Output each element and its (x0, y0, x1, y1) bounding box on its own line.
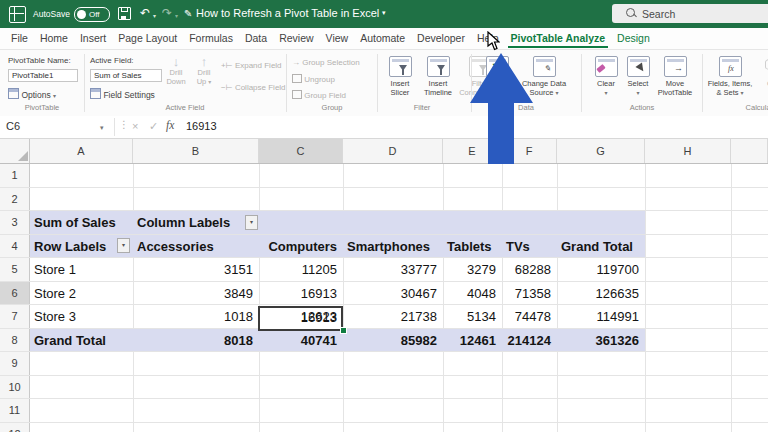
cell-e7[interactable]: 5134 (443, 305, 496, 329)
select-all-corner[interactable] (0, 139, 30, 163)
cell-c4[interactable]: Computers (259, 235, 337, 259)
col-header-g[interactable]: G (557, 139, 645, 163)
tab-view[interactable]: View (323, 29, 352, 48)
cell-d7[interactable]: 21738 (343, 305, 437, 329)
enter-icon[interactable]: ✓ (149, 120, 158, 133)
quick-command-icon[interactable]: ✎ (184, 8, 192, 20)
title-dropdown-icon[interactable]: ▾ (382, 9, 386, 17)
redo-dropdown-icon[interactable]: ▾ (175, 12, 178, 19)
title-bar: AutoSave Off ↶ ▾ ↷ ▾ ✎ How to Refresh a … (0, 0, 768, 28)
cell-a4[interactable]: Row Labels (34, 235, 106, 259)
cell-d4[interactable]: Smartphones (347, 235, 430, 259)
cell-f4[interactable]: TVs (506, 235, 530, 259)
cell-b8[interactable]: 8018 (133, 329, 253, 353)
ribbon-divider (84, 54, 85, 112)
col-header-b[interactable]: B (133, 139, 259, 163)
cell-a7[interactable]: Store 3 (34, 305, 76, 329)
tab-home[interactable]: Home (37, 29, 71, 48)
cell-a5[interactable]: Store 1 (34, 258, 76, 282)
expand-field-icon: +⊢ (221, 61, 233, 70)
cancel-icon[interactable]: × (132, 120, 138, 132)
group-label-filter: Filter (382, 103, 462, 112)
row-labels-filter-icon[interactable]: ▾ (117, 238, 130, 253)
col-header-partial[interactable] (731, 139, 768, 163)
selected-cell-value[interactable]: 16913 (259, 306, 337, 330)
tab-insert[interactable]: Insert (77, 29, 109, 48)
column-labels-filter-icon[interactable]: ▾ (245, 215, 258, 230)
cell-b4[interactable]: Accessories (137, 235, 214, 259)
ungroup-button[interactable]: Ungroup (292, 74, 335, 84)
cell-b3[interactable]: Column Labels (137, 211, 230, 235)
drill-up-button[interactable]: ↑ DrillUp ▾ (192, 54, 216, 86)
col-header-a[interactable]: A (30, 139, 133, 163)
cell-a8[interactable]: Grand Total (34, 329, 106, 353)
insert-slicer-icon (389, 56, 412, 77)
cell-b5[interactable]: 3151 (133, 258, 253, 282)
col-header-d[interactable]: D (343, 139, 443, 163)
cell-a6[interactable]: Store 2 (34, 282, 76, 306)
collapse-field-button[interactable]: −⊢ Collapse Field (221, 83, 286, 92)
drill-down-icon: ↓ (164, 54, 188, 69)
cell-g4[interactable]: Grand Total (561, 235, 633, 259)
formula-input[interactable]: 16913 (186, 120, 217, 132)
save-icon[interactable] (118, 7, 131, 20)
undo-icon[interactable]: ↶ (140, 7, 150, 19)
tab-formulas[interactable]: Formulas (186, 29, 236, 48)
document-title[interactable]: How to Refresh a Pivot Table in Excel (196, 7, 379, 19)
cell-d6[interactable]: 30467 (343, 282, 437, 306)
cell-f5[interactable]: 68288 (502, 258, 551, 282)
group-field-button[interactable]: Group Field (292, 90, 346, 100)
toggle-knob-icon (77, 10, 86, 19)
col-header-c[interactable]: C (259, 139, 343, 163)
col-header-h[interactable]: H (645, 139, 731, 163)
excel-logo-icon[interactable] (9, 6, 26, 23)
pivottable-name-input[interactable]: PivotTable1 (8, 69, 78, 82)
tab-pivottable-analyze[interactable]: PivotTable Analyze (508, 29, 609, 48)
group-selection-icon: → (292, 58, 300, 67)
cell-g7[interactable]: 114991 (557, 305, 639, 329)
cell-d5[interactable]: 33777 (343, 258, 437, 282)
cell-g8[interactable]: 361326 (557, 329, 639, 353)
tab-automate[interactable]: Automate (357, 29, 408, 48)
group-selection-button[interactable]: → Group Selection (292, 58, 360, 67)
group-label-pivottable: PivotTable (6, 103, 78, 112)
active-field-input[interactable]: Sum of Sales (90, 69, 162, 82)
collapse-field-icon: −⊢ (221, 83, 233, 92)
cell-d8[interactable]: 85982 (343, 329, 437, 353)
column-header-row: A B C D E F G H (0, 139, 768, 164)
cell-c5[interactable]: 11205 (259, 258, 337, 282)
cell-g5[interactable]: 119700 (557, 258, 639, 282)
tab-data[interactable]: Data (242, 29, 270, 48)
cell-e8[interactable]: 12461 (443, 329, 496, 353)
cell-f8[interactable]: 214124 (502, 329, 551, 353)
cell-b7[interactable]: 1018 (133, 305, 253, 329)
field-settings-button[interactable]: Field Settings (90, 88, 155, 100)
cell-f7[interactable]: 74478 (502, 305, 551, 329)
tab-page-layout[interactable]: Page Layout (115, 29, 180, 48)
cell-c8[interactable]: 40741 (259, 329, 337, 353)
cell-g6[interactable]: 126635 (557, 282, 639, 306)
cell-c6[interactable]: 16913 (259, 282, 337, 306)
tab-design[interactable]: Design (614, 29, 653, 48)
expand-field-button[interactable]: +⊢ Expand Field (221, 61, 282, 70)
search-box[interactable]: Search (612, 4, 768, 23)
name-box[interactable]: C6 (6, 120, 20, 132)
cell-a3[interactable]: Sum of Sales (34, 211, 116, 235)
cell-e6[interactable]: 4048 (443, 282, 496, 306)
formula-bar-grip-icon[interactable]: ⋮ (119, 119, 128, 130)
redo-icon[interactable]: ↷ (162, 7, 172, 19)
tab-file[interactable]: File (8, 29, 31, 48)
tab-developer[interactable]: Developer (414, 29, 468, 48)
insert-function-icon[interactable]: fx (166, 119, 174, 131)
cell-e4[interactable]: Tablets (447, 235, 492, 259)
cell-f6[interactable]: 71358 (502, 282, 551, 306)
cell-b6[interactable]: 3849 (133, 282, 253, 306)
options-button[interactable]: Options ▾ (8, 88, 56, 100)
tab-review[interactable]: Review (276, 29, 316, 48)
name-box-dropdown-icon[interactable]: ▾ (100, 124, 104, 132)
drill-down-button[interactable]: ↓ DrillDown (164, 54, 188, 86)
undo-dropdown-icon[interactable]: ▾ (153, 12, 156, 19)
cell-e5[interactable]: 3279 (443, 258, 496, 282)
autosave-toggle[interactable]: Off (74, 7, 110, 22)
fill-handle[interactable] (340, 327, 347, 334)
